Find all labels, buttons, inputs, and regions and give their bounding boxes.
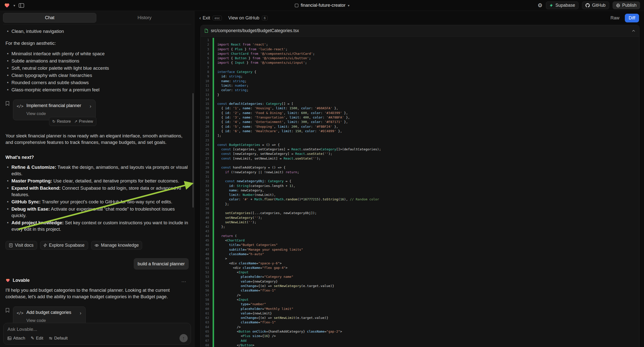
- code-line: 21 { id: '6', name: 'Healthcare', limit:…: [201, 129, 639, 134]
- raw-toggle-button[interactable]: Raw: [608, 14, 622, 22]
- edit-card-add-budget-categories[interactable]: </> Add budget categories View code › ↻ …: [13, 306, 86, 323]
- restore-button[interactable]: ↻ Restore: [52, 118, 71, 125]
- message-menu-icon[interactable]: …: [181, 277, 187, 284]
- code-line: 29 const handleAddCategory = () => {: [201, 165, 639, 170]
- code-line: 25 const [categories, setCategories] = R…: [201, 147, 639, 152]
- exit-button[interactable]: ‹ Exit: [200, 16, 210, 21]
- code-line: 60 placeholder="Monthly limit": [201, 307, 639, 311]
- code-line: 12 color: string;: [201, 88, 639, 92]
- code-line: 24const BudgetCategories = () => {: [201, 143, 639, 147]
- whats-next-heading: What's next?: [6, 154, 189, 160]
- bookmark-icon[interactable]: [6, 308, 10, 313]
- preview-button[interactable]: ↗ Preview: [74, 118, 93, 125]
- manage-knowledge-button[interactable]: Manage knowledge: [91, 241, 142, 250]
- file-added-icon: [205, 29, 208, 33]
- code-line: 11 limit: number;: [201, 84, 639, 88]
- settings-gear-icon[interactable]: ⚙: [538, 3, 543, 8]
- chat-scrollbar-thumb[interactable]: [192, 93, 194, 208]
- assistant-header: Lovable …: [6, 277, 189, 284]
- code-line: 31: [201, 174, 639, 179]
- project-chevron-down-icon: ▾: [348, 4, 350, 8]
- attach-image-icon: [8, 336, 12, 340]
- model-selector[interactable]: Default: [49, 336, 68, 341]
- code-line: 17 { id: '2', name: 'Food & Dining', lim…: [201, 111, 639, 115]
- code-line: 62 onChange={(e) => setNewLimit(e.target…: [201, 316, 639, 320]
- docs-icon: [9, 243, 13, 248]
- code-line: 48 className="h-auto": [201, 252, 639, 256]
- list-item: GitHub Sync: Transfer your project's cod…: [6, 199, 189, 205]
- code-line: 22];: [201, 134, 639, 138]
- sidebar-toggle-icon[interactable]: [19, 3, 24, 8]
- project-name: financial-future-creator: [301, 3, 346, 8]
- github-button[interactable]: GitHub: [582, 2, 609, 9]
- code-line: 56 className="flex-1": [201, 288, 639, 293]
- list-item: Subtle animations and transitions: [6, 58, 189, 64]
- code-line: 13}: [201, 92, 639, 97]
- code-line: 46 title="Budget Categories": [201, 243, 639, 247]
- composer-toolbar: Attach ✎ Edit Default: [8, 334, 188, 342]
- code-line: 61 value={newLimit}: [201, 311, 639, 316]
- send-button[interactable]: ↑: [180, 334, 188, 342]
- project-switcher[interactable]: financial-future-creator ▾: [294, 0, 350, 11]
- restore-icon: ↻: [52, 118, 56, 125]
- code-line: 58 <Input: [201, 298, 639, 302]
- code-line: 18 { id: '3', name: 'Transportation', li…: [201, 115, 639, 120]
- code-line: 68 </Button>: [201, 343, 639, 347]
- list-item: Debug with Ease: Activate our experiment…: [6, 206, 189, 219]
- view-code-link[interactable]: View code: [26, 318, 71, 323]
- code-line: 38: [201, 206, 639, 211]
- sliders-icon: [49, 337, 52, 340]
- edit-card-implement-financial-planner[interactable]: </> Implement financial planner View cod…: [13, 100, 96, 120]
- code-line: 35 limit: Number(newLimit),: [201, 193, 639, 197]
- code-line: 5import { Button } from '@/components/ui…: [201, 56, 639, 60]
- github-icon: [586, 3, 590, 8]
- topbar: ▾ financial-future-creator ▾ ⚙ Supabase: [0, 0, 644, 11]
- code-editor[interactable]: 12import React from 'react';3import { Pl…: [201, 36, 639, 347]
- collapse-chevron-up-icon[interactable]: [632, 30, 635, 32]
- view-code-link[interactable]: View code: [26, 110, 81, 117]
- code-line: 10 name: string;: [201, 79, 639, 84]
- chat-input[interactable]: [8, 326, 151, 332]
- code-line: 52 <Input: [201, 270, 639, 274]
- explore-supabase-button[interactable]: Explore Supabase: [40, 241, 88, 250]
- file-header[interactable]: src/components/budget/BudgetCategories.t…: [201, 25, 639, 36]
- publish-button[interactable]: Publish: [613, 2, 640, 9]
- code-line: 44 return (: [201, 234, 639, 238]
- visit-docs-button[interactable]: Visit docs: [6, 241, 37, 250]
- code-line: 54 value={newCategory}: [201, 279, 639, 284]
- chat-message-list[interactable]: Clean, intuitive navigation For the desi…: [0, 24, 194, 323]
- code-line: 19 { id: '4', name: 'Entertainment', lim…: [201, 120, 639, 124]
- code-line: 59 type="number": [201, 302, 639, 306]
- code-line: 53 placeholder="Category name": [201, 274, 639, 279]
- code-icon: </>: [17, 103, 24, 110]
- tab-history[interactable]: History: [98, 13, 191, 23]
- edit-button[interactable]: ✎ Edit: [30, 336, 43, 341]
- file-path: src/components/budget/BudgetCategories.t…: [211, 28, 299, 33]
- bookmark-icon[interactable]: [6, 101, 10, 106]
- code-line: 39 setCategories([...categories, newCate…: [201, 211, 639, 215]
- arrow-up-icon: ↑: [182, 336, 185, 341]
- code-line: 50 <div className="space-y-6">: [201, 261, 639, 266]
- attach-button[interactable]: Attach: [8, 336, 25, 341]
- code-line: 51 <div className="flex gap-4">: [201, 266, 639, 270]
- workspace-chevron-down-icon[interactable]: ▾: [14, 4, 15, 8]
- diff-toggle-button[interactable]: Diff: [625, 14, 639, 22]
- assistant-name: Lovable: [13, 277, 30, 284]
- view-on-github-link[interactable]: View on GitHub: [228, 16, 260, 21]
- code-line: 23: [201, 138, 639, 143]
- edit-card-row: </> Implement financial planner View cod…: [6, 100, 189, 120]
- next-steps-list: Refine & Customize: Tweak the design, an…: [6, 164, 189, 232]
- eye-icon: [94, 244, 99, 247]
- edit-card-title: Implement financial planner: [26, 102, 81, 109]
- code-line: 15const defaultCategories: Category[] = …: [201, 102, 639, 106]
- code-line: 36 color: '#' + Math.floor(Math.random()…: [201, 197, 639, 202]
- lovable-logo-icon[interactable]: [4, 3, 10, 8]
- supabase-button[interactable]: Supabase: [546, 2, 578, 9]
- supabase-bolt-icon: [550, 4, 553, 8]
- tab-chat[interactable]: Chat: [3, 13, 96, 23]
- code-line: 1: [201, 38, 639, 42]
- chat-panel: Chat History Clean, intuitive navigation…: [0, 11, 194, 347]
- composer[interactable]: Attach ✎ Edit Default: [3, 323, 191, 345]
- composer-area: Attach ✎ Edit Default: [0, 323, 194, 347]
- code-panel: ‹ Exit esc View on GitHub 6 Raw Diff src…: [194, 11, 644, 347]
